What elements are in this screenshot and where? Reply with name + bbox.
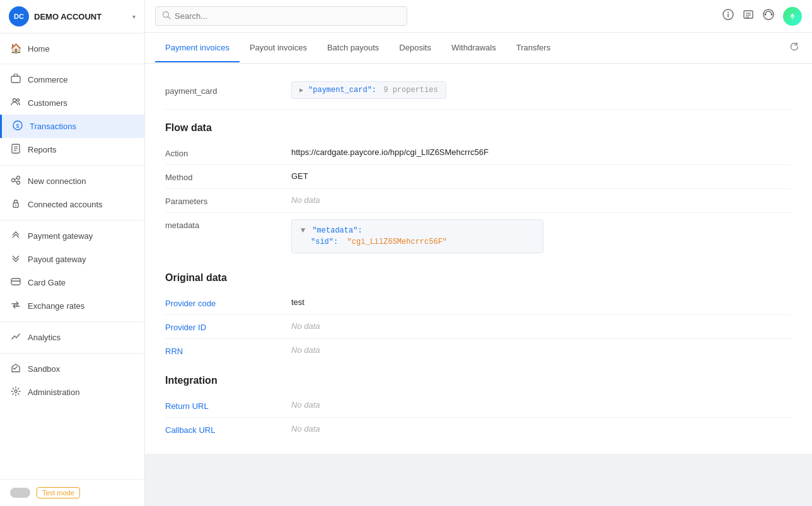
sidebar-item-exchange-rates[interactable]: Exchange rates [0, 294, 144, 318]
metadata-label: metadata [165, 219, 279, 230]
metadata-code-block: ▼ "metadata": "sid": "cgi_LilZ6SMehcrrc5… [291, 219, 543, 253]
parameters-label: Parameters [165, 195, 279, 206]
method-label: Method [165, 171, 279, 182]
provider-code-row: Provider code test [165, 291, 792, 315]
sidebar-item-label: Commerce [28, 75, 68, 84]
callback-url-value: No data [291, 424, 792, 434]
action-row: Action https://cardgate.paycore.io/hpp/c… [165, 141, 792, 165]
svg-rect-0 [11, 76, 20, 83]
account-switcher[interactable]: DC DEMO ACCOUNT ▾ [0, 0, 144, 33]
svg-point-15 [15, 205, 16, 206]
nav-divider-2 [0, 165, 144, 166]
svg-line-12 [14, 178, 16, 180]
sidebar-item-label: Analytics [28, 333, 61, 342]
account-name: DEMO ACCOUNT [34, 12, 127, 21]
sidebar-item-label: Reports [28, 145, 57, 154]
search-icon [162, 11, 171, 21]
search-input[interactable] [175, 11, 400, 21]
action-label: Action [165, 147, 279, 158]
svg-point-2 [17, 99, 20, 101]
sidebar-item-label: Card Gate [28, 278, 66, 287]
payment-gateway-icon [10, 230, 21, 242]
svg-point-29 [765, 14, 767, 16]
payment-card-code: ▶ "payment_card": 9 properties [291, 81, 446, 99]
user-avatar[interactable] [783, 7, 802, 26]
sidebar-item-sandbox[interactable]: Sandbox [0, 357, 144, 381]
provider-id-row: Provider ID No data [165, 315, 792, 339]
tab-deposits[interactable]: Deposits [389, 34, 441, 62]
sidebar-item-reports[interactable]: Reports [0, 138, 144, 161]
test-mode-toggle[interactable] [10, 488, 30, 498]
sidebar-item-connected-accounts[interactable]: Connected accounts [0, 193, 144, 216]
main-content: Payment invoices Payout invoices Batch p… [145, 0, 812, 506]
svg-point-9 [12, 179, 15, 182]
rrn-row: RRN No data [165, 339, 792, 362]
method-row: Method GET [165, 165, 792, 189]
metadata-row: metadata ▼ "metadata": "sid": "cgi_LilZ6… [165, 213, 792, 260]
svg-point-23 [728, 12, 729, 13]
provider-id-value: No data [291, 321, 792, 331]
tab-batch-payouts[interactable]: Batch payouts [317, 34, 389, 62]
connected-accounts-icon [10, 198, 21, 210]
provider-code-value: test [291, 297, 792, 307]
payout-gateway-icon [10, 253, 21, 265]
parameters-row: Parameters No data [165, 189, 792, 213]
svg-point-18 [14, 390, 17, 393]
flow-data-section: Flow data Action https://cardgate.paycor… [165, 122, 792, 260]
chevron-down-icon: ▾ [132, 13, 136, 20]
return-url-label: Return URL [165, 400, 279, 411]
sidebar: DC DEMO ACCOUNT ▾ 🏠 Home Commerce Custom… [0, 0, 145, 506]
sidebar-item-analytics[interactable]: Analytics [0, 326, 144, 349]
tab-payout-invoices[interactable]: Payout invoices [240, 34, 317, 62]
tab-payment-invoices[interactable]: Payment invoices [155, 34, 240, 62]
sidebar-item-commerce[interactable]: Commerce [0, 68, 144, 91]
sidebar-item-home[interactable]: 🏠 Home [0, 37, 144, 60]
sidebar-item-card-gate[interactable]: Card Gate [0, 271, 144, 294]
original-data-section: Original data Provider code test Provide… [165, 272, 792, 362]
payment-card-row: payment_card ▶ "payment_card": 9 propert… [165, 76, 792, 110]
sidebar-item-customers[interactable]: Customers [0, 91, 144, 115]
topbar [145, 0, 812, 33]
sidebar-item-label: Customers [28, 98, 67, 108]
collapse-icon[interactable]: ▼ [301, 226, 305, 235]
nav-divider-1 [0, 64, 144, 64]
sidebar-item-label: Home [28, 44, 50, 54]
sidebar-item-transactions[interactable]: $ Transactions [0, 115, 144, 138]
sidebar-item-payout-gateway[interactable]: Payout gateway [0, 248, 144, 271]
payment-card-label: payment_card [165, 85, 279, 96]
home-icon: 🏠 [10, 43, 21, 54]
expand-arrow-icon[interactable]: ▶ [299, 86, 303, 94]
tab-withdrawals[interactable]: Withdrawals [441, 34, 506, 62]
return-url-value: No data [291, 400, 792, 410]
svg-point-11 [17, 181, 20, 185]
svg-point-30 [771, 14, 773, 16]
sidebar-item-payment-gateway[interactable]: Payment gateway [0, 224, 144, 248]
list-icon[interactable] [743, 9, 754, 23]
support-icon[interactable] [763, 9, 774, 23]
sidebar-item-label: Connected accounts [28, 200, 103, 209]
nav-divider-4 [0, 321, 144, 322]
info-icon[interactable] [722, 9, 734, 23]
content-area: payment_card ▶ "payment_card": 9 propert… [145, 64, 812, 506]
refresh-button[interactable] [787, 33, 802, 63]
sidebar-item-label: New connection [28, 176, 86, 186]
sidebar-item-label: Sandbox [28, 364, 60, 374]
svg-rect-16 [11, 279, 20, 285]
sidebar-item-label: Exchange rates [28, 301, 84, 311]
sidebar-nav: 🏠 Home Commerce Customers $ Transactions [0, 33, 144, 479]
original-data-heading: Original data [165, 272, 792, 284]
integration-section: Integration Return URL No data Callback … [165, 375, 792, 441]
svg-point-10 [17, 176, 20, 180]
sidebar-item-label: Administration [28, 388, 79, 397]
callback-url-row: Callback URL No data [165, 418, 792, 441]
analytics-icon [10, 331, 21, 343]
commerce-icon [10, 74, 21, 86]
integration-heading: Integration [165, 375, 792, 386]
tab-bar: Payment invoices Payout invoices Batch p… [145, 33, 812, 64]
method-value: GET [291, 171, 792, 181]
exchange-rates-icon [10, 300, 21, 312]
search-box[interactable] [155, 6, 407, 26]
sidebar-item-new-connection[interactable]: New connection [0, 170, 144, 193]
tab-transfers[interactable]: Transfers [506, 34, 560, 62]
sidebar-item-administration[interactable]: Administration [0, 381, 144, 404]
